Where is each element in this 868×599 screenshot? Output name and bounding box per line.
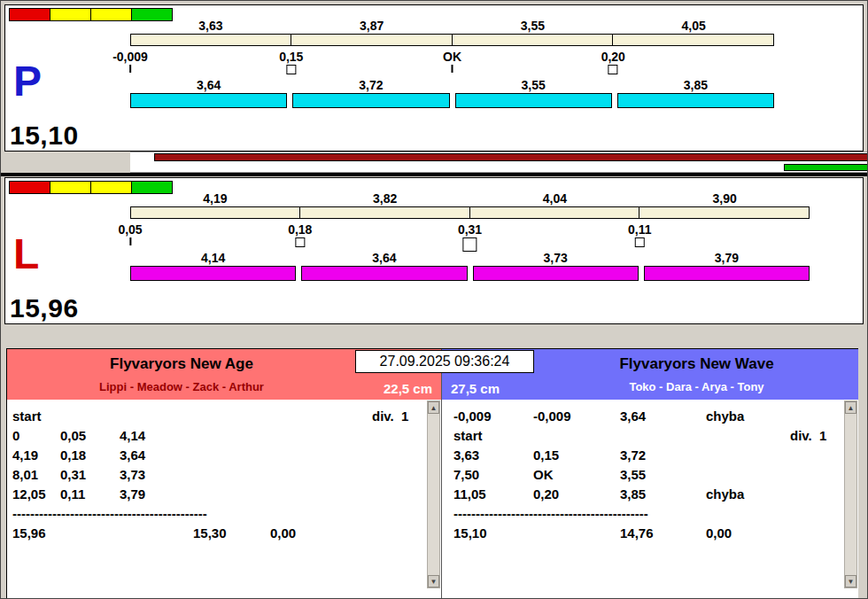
lane-panel-l: 4,19 3,82 4,04 3,90 0,05 0,18 xyxy=(4,177,864,324)
log-rows: -0,009-0,0093,64chybastartdiv. 13,630,15… xyxy=(453,408,841,545)
log-cell: -0,009 xyxy=(453,408,533,424)
split-value: 4,05 xyxy=(613,19,774,34)
scale-bar-cell xyxy=(470,206,640,219)
segment-bar-col: 3,85 xyxy=(617,78,774,108)
log-cell: 0,00 xyxy=(270,525,372,541)
segment-bar xyxy=(292,93,449,108)
split-scale: 4,19 3,82 4,04 3,90 xyxy=(130,191,810,219)
split-value: 4,19 xyxy=(130,191,300,206)
segment-value: 3,64 xyxy=(301,251,467,266)
team-name: Flyvaryors New Age xyxy=(7,349,356,373)
scroll-up-icon[interactable]: ▲ xyxy=(845,401,856,414)
status-cell xyxy=(50,181,91,194)
log-cell: OK xyxy=(533,467,620,482)
segment-bar xyxy=(617,93,774,108)
log-row: 3,630,153,72 xyxy=(453,447,841,467)
log-cell: ----------------------------------------… xyxy=(12,506,60,521)
scale-segment: 3,82 xyxy=(300,191,470,219)
log-cell: 0,15 xyxy=(533,447,620,463)
mark-label: 0,15 xyxy=(279,50,303,64)
team-name: Flyvaryors New Wave xyxy=(535,349,858,373)
scroll-down-icon[interactable]: ▼ xyxy=(845,575,856,587)
scale-bar-cell xyxy=(613,34,774,46)
mark-indicator xyxy=(129,65,131,73)
mark-indicator xyxy=(452,65,453,73)
scale-segment: 3,63 xyxy=(130,19,291,46)
log-row: 7,50OK3,55 xyxy=(453,467,841,486)
segment-bar-col: 3,72 xyxy=(292,78,449,108)
log-cell: 0,05 xyxy=(60,428,120,443)
team-header-inner: Flyvaryors New Wave Toko - Dara - Arya -… xyxy=(535,349,858,393)
log-row: 8,010,313,73 xyxy=(12,467,423,486)
segment-bar-col: 3,79 xyxy=(644,251,810,281)
mark-label: 0,20 xyxy=(601,50,625,64)
scrollbar[interactable]: ▲ ▼ xyxy=(844,401,857,588)
scroll-down-icon[interactable]: ▼ xyxy=(428,575,439,587)
log-cell: chyba xyxy=(706,486,790,502)
log-cell: div. 1 xyxy=(790,428,826,443)
log-cell: 14,76 xyxy=(620,525,706,541)
scale-bar-cell xyxy=(130,206,300,219)
segment-bar xyxy=(130,93,287,108)
log-row: 11,050,203,85chyba xyxy=(453,486,841,506)
mark: -0,009 xyxy=(112,50,148,73)
log-cell: 0,00 xyxy=(706,525,790,541)
log-cell: 3,73 xyxy=(120,467,193,482)
progress-track xyxy=(130,161,868,173)
log-row: 12,050,113,79 xyxy=(12,486,423,506)
status-cell xyxy=(9,8,50,21)
log-cell: 4,14 xyxy=(120,428,193,443)
team-members: Lippi - Meadow - Zack - Arthur xyxy=(7,380,356,393)
segment-bar xyxy=(644,266,810,281)
scroll-up-icon[interactable]: ▲ xyxy=(428,401,439,414)
log-cell: start xyxy=(453,428,533,443)
status-cell xyxy=(50,8,91,21)
log-row: 15,1014,760,00 xyxy=(453,525,841,545)
marks-row: 0,05 0,18 0,31 0,11 xyxy=(130,222,810,253)
segment-bar-col: 3,73 xyxy=(473,251,639,281)
scale-bar-cell xyxy=(291,34,453,46)
status-cell xyxy=(9,181,50,194)
datetime-display: 27.09.2025 09:36:24 xyxy=(355,350,534,373)
log-cell: div. 1 xyxy=(372,408,408,424)
segment-bar xyxy=(455,93,612,108)
log-row: 15,9615,300,00 xyxy=(12,525,423,545)
log-cell: 3,63 xyxy=(453,447,533,463)
log-cell: chyba xyxy=(706,408,790,424)
log-cell: 11,05 xyxy=(453,486,533,502)
log-cell: 4,19 xyxy=(12,447,60,463)
mark-label: 0,05 xyxy=(118,222,142,237)
split-value: 4,04 xyxy=(470,191,640,206)
segment-bar-col: 3,64 xyxy=(301,251,467,281)
log-rows: startdiv. 100,054,144,190,183,648,010,31… xyxy=(12,408,423,545)
log-row: ----------------------------------------… xyxy=(453,506,841,525)
log-row: ----------------------------------------… xyxy=(12,506,423,525)
log-cell: 12,05 xyxy=(12,486,60,502)
log-cell: 0,20 xyxy=(533,486,620,502)
segment-value: 3,55 xyxy=(455,78,612,93)
lane-total: 15,10 xyxy=(10,121,79,151)
scrollbar[interactable]: ▲ ▼ xyxy=(427,401,440,588)
mark-indicator xyxy=(608,65,618,74)
scale-segment: 4,04 xyxy=(470,191,640,219)
mark: 0,18 xyxy=(288,222,312,247)
status-cell xyxy=(90,181,132,194)
team-panel-right: Flyvaryors New Wave Toko - Dara - Arya -… xyxy=(441,349,858,598)
mark-indicator xyxy=(463,237,477,252)
scale-bar-cell xyxy=(130,34,291,46)
mark: 0,11 xyxy=(628,222,651,247)
log-cell: 8,01 xyxy=(12,467,60,482)
progress-bar-green xyxy=(784,164,868,171)
mark-indicator xyxy=(295,237,305,247)
log-cell: 3,72 xyxy=(620,447,706,463)
segment-value: 4,14 xyxy=(130,251,296,266)
log-cell: 15,96 xyxy=(12,525,60,541)
log-cell: -0,009 xyxy=(533,408,620,424)
split-value: 3,87 xyxy=(291,19,453,34)
mark: 0,31 xyxy=(458,222,482,252)
team-header-inner: Flyvaryors New Age Lippi - Meadow - Zack… xyxy=(7,349,356,393)
split-value: 3,55 xyxy=(453,19,614,34)
lane-panel-p: 3,63 3,87 3,55 4,05 -0,009 0,15 xyxy=(4,4,864,152)
split-value: 3,82 xyxy=(300,191,470,206)
scale-bar-cell xyxy=(300,206,470,219)
